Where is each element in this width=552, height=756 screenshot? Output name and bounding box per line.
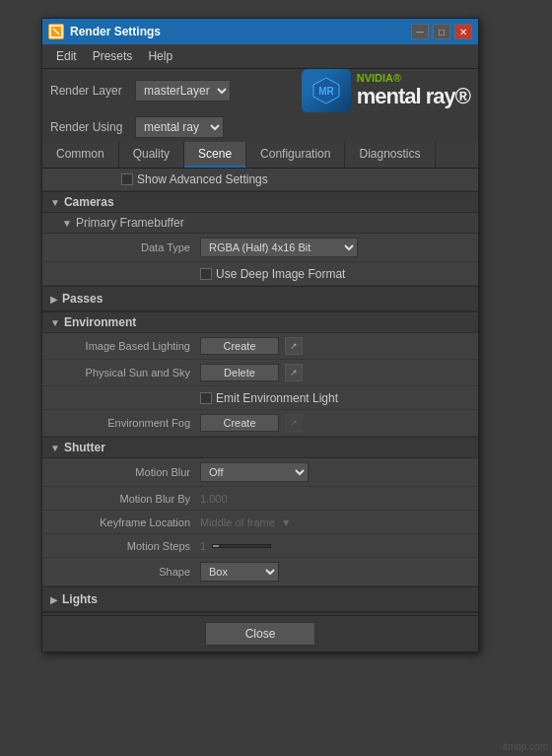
lights-arrow-icon: ▶ (50, 594, 58, 605)
title-bar: Render Settings ─ □ ✕ (42, 19, 478, 44)
minimize-button[interactable]: ─ (411, 24, 429, 39)
close-button-main[interactable]: Close (205, 622, 316, 646)
motion-blur-value: Off (200, 462, 470, 482)
shape-value: Box (200, 562, 470, 582)
data-type-dropdown[interactable]: RGBA (Half) 4x16 Bit (200, 238, 358, 257)
keyframe-location-label: Keyframe Location (72, 516, 200, 528)
mental-ray-label: mental ray® (357, 84, 470, 109)
tab-common[interactable]: Common (42, 142, 119, 168)
data-type-label: Data Type (72, 241, 200, 253)
shape-row: Shape Box (42, 558, 478, 586)
motion-steps-val: 1 (200, 540, 206, 552)
deep-image-checkbox-label[interactable]: Use Deep Image Format (200, 267, 345, 281)
emit-env-label: Emit Environment Light (216, 391, 338, 405)
shutter-section-title: Shutter (64, 441, 105, 454)
motion-blur-by-row: Motion Blur By 1.000 (42, 487, 478, 511)
advanced-settings-label: Show Advanced Settings (137, 172, 268, 186)
passes-section-title: Passes (62, 292, 103, 306)
menu-bar: Edit Presets Help (42, 44, 478, 69)
watermark: itmop.com (503, 741, 548, 752)
keyframe-location-value: Middle of frame ▼ (200, 516, 470, 528)
ibl-icon-box[interactable]: ↗ (285, 337, 303, 355)
shape-label: Shape (72, 566, 200, 578)
sun-sky-value: Delete ↗ (200, 364, 470, 381)
environment-section-header[interactable]: ▼ Environment (42, 311, 478, 333)
tab-quality[interactable]: Quality (119, 142, 184, 168)
nvidia-label: NVIDIA® (357, 72, 470, 84)
deep-image-label: Use Deep Image Format (216, 267, 345, 281)
motion-steps-slider[interactable] (212, 544, 271, 548)
emit-env-light-row: Emit Environment Light (42, 386, 478, 410)
tab-scene[interactable]: Scene (184, 142, 246, 168)
advanced-settings-row: Show Advanced Settings (42, 169, 478, 191)
tabs-bar: Common Quality Scene Configuration Diagn… (42, 142, 478, 169)
motion-blur-by-label: Motion Blur By (72, 493, 200, 505)
ibl-value: Create ↗ (200, 337, 470, 355)
ibl-label: Image Based Lighting (72, 340, 200, 352)
image-based-lighting-row: Image Based Lighting Create ↗ (42, 333, 478, 360)
emit-env-checkbox[interactable] (200, 392, 212, 404)
menu-help[interactable]: Help (140, 46, 180, 66)
sun-sky-delete-button[interactable]: Delete (200, 364, 279, 381)
render-using-label: Render Using (50, 120, 129, 134)
motion-blur-label: Motion Blur (72, 466, 200, 478)
lights-section-header[interactable]: ▶ Lights (42, 586, 478, 612)
env-fog-create-button[interactable]: Create (200, 414, 279, 432)
shape-dropdown[interactable]: Box (200, 562, 279, 582)
advanced-settings-checkbox-label[interactable]: Show Advanced Settings (121, 172, 268, 186)
motion-blur-row: Motion Blur Off (42, 458, 478, 487)
render-using-row: Render Using mental ray (42, 112, 478, 142)
motion-steps-slider-row: 1 (200, 540, 470, 552)
nvidia-brand: NVIDIA® mental ray® (357, 72, 470, 109)
deep-image-row: Use Deep Image Format (42, 262, 478, 286)
tab-configuration[interactable]: Configuration (246, 142, 345, 168)
env-fog-row: Environment Fog Create ↗ (42, 410, 478, 437)
keyframe-location-val: Middle of frame (200, 516, 275, 528)
physical-sun-sky-row: Physical Sun and Sky Delete ↗ (42, 360, 478, 386)
environment-section-title: Environment (64, 315, 136, 329)
framebuffer-arrow-icon: ▼ (62, 218, 72, 229)
environment-arrow-icon: ▼ (50, 317, 60, 328)
motion-blur-dropdown[interactable]: Off (200, 462, 309, 482)
lights-section-title: Lights (62, 592, 98, 606)
menu-presets[interactable]: Presets (85, 46, 141, 66)
svg-line-1 (53, 29, 59, 34)
primary-framebuffer-header[interactable]: ▼ Primary Framebuffer (42, 213, 478, 234)
footer: Close (42, 615, 478, 652)
motion-steps-label: Motion Steps (72, 540, 200, 552)
cameras-arrow-icon: ▼ (50, 197, 60, 208)
render-layer-label: Render Layer (50, 84, 129, 98)
shutter-section-header[interactable]: ▼ Shutter (42, 437, 478, 458)
cameras-section-header[interactable]: ▼ Cameras (42, 191, 478, 213)
menu-edit[interactable]: Edit (48, 46, 85, 66)
data-type-row: Data Type RGBA (Half) 4x16 Bit (42, 234, 478, 262)
passes-arrow-icon: ▶ (50, 294, 58, 305)
sun-sky-icon-box[interactable]: ↗ (285, 364, 303, 381)
cameras-section-title: Cameras (64, 195, 114, 209)
shutter-arrow-icon: ▼ (50, 443, 60, 453)
svg-text:MR: MR (318, 86, 334, 97)
nvidia-logo: MR NVIDIA® mental ray® (302, 69, 470, 112)
window-controls: ─ □ ✕ (411, 24, 472, 39)
deep-image-value: Use Deep Image Format (200, 267, 470, 281)
window-title: Render Settings (70, 25, 411, 38)
emit-env-checkbox-label[interactable]: Emit Environment Light (200, 391, 338, 405)
passes-section-header[interactable]: ▶ Passes (42, 286, 478, 311)
ibl-create-button[interactable]: Create (200, 337, 279, 355)
motion-steps-value: 1 (200, 540, 470, 552)
emit-env-value: Emit Environment Light (200, 391, 470, 405)
close-button[interactable]: ✕ (454, 24, 472, 39)
motion-blur-by-val: 1.000 (200, 493, 228, 505)
scroll-area[interactable]: ▼ Cameras ▼ Primary Framebuffer Data Typ… (42, 191, 478, 615)
deep-image-checkbox[interactable] (200, 268, 212, 280)
maximize-button[interactable]: □ (433, 24, 450, 39)
render-layer-row: Render Layer masterLayer MR NVIDIA® ment… (42, 69, 478, 112)
window-icon (48, 24, 64, 39)
advanced-settings-checkbox[interactable] (121, 173, 133, 185)
keyframe-dropdown-icon: ▼ (281, 516, 292, 528)
render-using-dropdown[interactable]: mental ray (135, 116, 224, 138)
render-layer-dropdown[interactable]: masterLayer (135, 80, 231, 102)
env-fog-icon-box[interactable]: ↗ (285, 414, 303, 432)
env-fog-label: Environment Fog (72, 417, 200, 429)
tab-diagnostics[interactable]: Diagnostics (345, 142, 435, 168)
